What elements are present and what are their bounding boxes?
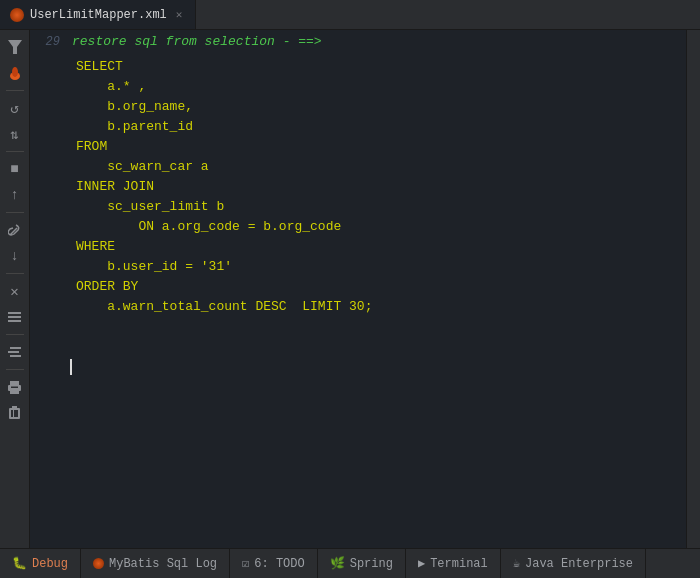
refresh-button[interactable]: ↺ [4,97,26,119]
side-strip [686,30,700,548]
left-toolbar: ↺ ⇅ ■ ↑ ↓ ✕ [0,30,30,548]
java-enterprise-label: Java Enterprise [525,557,633,571]
debug-icon: 🐛 [12,556,27,571]
code-line-bparentid: b.parent_id [30,117,686,137]
svg-rect-6 [10,347,21,349]
svg-rect-12 [11,386,18,388]
svg-rect-4 [8,316,21,318]
list-button[interactable] [4,306,26,328]
spring-tab[interactable]: 🌿 Spring [318,549,406,578]
code-line-where: WHERE [30,237,686,257]
sort-button[interactable]: ⇅ [4,123,26,145]
mybatis-sql-log-label: MyBatis Sql Log [109,557,217,571]
code-line-scuserlimit: sc_user_limit b [30,197,686,217]
toolbar-divider-5 [6,334,24,335]
terminal-tab[interactable]: ▶ Terminal [406,549,501,578]
empty-line-1 [30,317,686,337]
code-line-from: FROM [30,137,686,157]
stop-button[interactable]: ■ [4,158,26,180]
filter-button[interactable] [4,36,26,58]
svg-rect-3 [8,312,21,314]
code-line-orderby: ORDER BY [30,277,686,297]
spring-label: Spring [350,557,393,571]
toolbar-divider-3 [6,212,24,213]
tab-title: UserLimitMapper.xml [30,8,167,22]
code-line-astar: a.* , [30,77,686,97]
svg-rect-8 [10,355,21,357]
toolbar-divider-2 [6,151,24,152]
restore-bar: 29 restore sql from selection - ==> [30,30,686,53]
code-line-borgname: b.org_name, [30,97,686,117]
terminal-icon: ▶ [418,556,425,571]
svg-rect-5 [8,320,21,322]
close-button[interactable]: ✕ [4,280,26,302]
todo-icon: ☑ [242,556,249,571]
java-enterprise-icon: ☕ [513,556,520,571]
format-button[interactable] [4,341,26,363]
spring-icon: 🌿 [330,556,345,571]
svg-point-2 [12,67,18,77]
terminal-label: Terminal [430,557,488,571]
wrench-button[interactable] [4,219,26,241]
restore-text: restore sql from selection - ==> [72,34,322,49]
todo-tab[interactable]: ☑ 6: TODO [230,549,318,578]
fire-button[interactable] [4,62,26,84]
code-line-on: ON a.org_code = b.org_code [30,217,686,237]
java-enterprise-tab[interactable]: ☕ Java Enterprise [501,549,646,578]
svg-rect-9 [10,381,19,385]
down-button[interactable]: ↓ [4,245,26,267]
toolbar-divider-6 [6,369,24,370]
print-button[interactable] [4,376,26,398]
mybatis-sql-log-tab[interactable]: MyBatis Sql Log [81,549,230,578]
code-line-scwarncar: sc_warn_car a [30,157,686,177]
svg-rect-15 [11,410,13,417]
code-line-limit: a.warn_total_count DESC LIMIT 30; [30,297,686,317]
debug-label: Debug [32,557,68,571]
svg-rect-14 [12,406,17,408]
svg-rect-16 [14,410,16,417]
sql-editor[interactable]: 29 restore sql from selection - ==> SELE… [30,30,686,548]
tab-bar: UserLimitMapper.xml ✕ [0,0,700,30]
svg-rect-11 [10,390,19,394]
bottom-toolbar: 🐛 Debug MyBatis Sql Log ☑ 6: TODO 🌿 Spri… [0,548,700,578]
svg-rect-17 [16,410,18,417]
up-button[interactable]: ↑ [4,184,26,206]
svg-marker-0 [8,40,22,54]
code-line-select: SELECT [30,57,686,77]
code-line-userid: b.user_id = '31' [30,257,686,277]
toolbar-divider-4 [6,273,24,274]
delete-button[interactable] [4,402,26,424]
active-tab[interactable]: UserLimitMapper.xml ✕ [0,0,196,29]
toolbar-divider-1 [6,90,24,91]
svg-rect-7 [8,351,19,353]
tab-mybatis-icon [10,8,24,22]
empty-line-2 [30,337,686,357]
sql-code-block: SELECT a.* , b.org_name, b.parent_id FRO… [30,53,686,548]
mybatis-bottom-icon [93,558,104,569]
todo-label: 6: TODO [254,557,304,571]
cursor-line [30,357,686,377]
code-line-innerjoin: INNER JOIN [30,177,686,197]
debug-tab[interactable]: 🐛 Debug [0,549,81,578]
text-cursor [70,359,72,375]
tab-close-button[interactable]: ✕ [173,7,186,22]
main-area: ↺ ⇅ ■ ↑ ↓ ✕ 29 restore sql from selec [0,30,700,548]
restore-line-number: 29 [38,35,66,49]
